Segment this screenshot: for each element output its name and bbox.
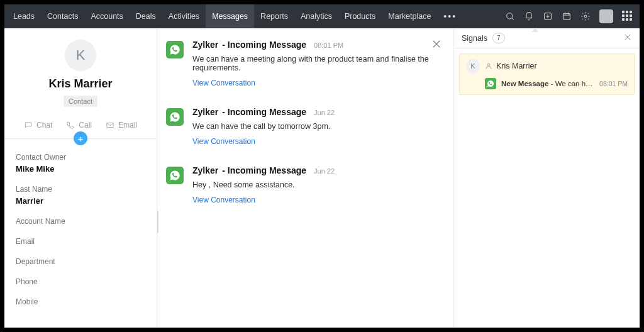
message-text: Hey , Need some assistance. — [192, 180, 335, 189]
message-item: Zylker - Incoming MessageJun 22We can ha… — [166, 107, 436, 147]
svg-point-15 — [487, 64, 490, 66]
signal-text: New Message - We can have a meeting … — [501, 80, 594, 87]
call-action[interactable]: Call — [66, 121, 92, 130]
field-account-name[interactable]: Account Name — [16, 217, 145, 226]
svg-point-9 — [584, 15, 587, 18]
contact-type-tag: Contact — [64, 96, 97, 107]
nav-analytics[interactable]: Analytics — [294, 4, 338, 28]
person-icon — [485, 62, 492, 70]
message-text: We can have the call by tomorrow 3pm. — [192, 122, 335, 131]
message-item: Zylker - Incoming MessageJun 22Hey , Nee… — [166, 165, 436, 205]
svg-line-1 — [512, 18, 514, 20]
add-box-icon[interactable] — [543, 11, 553, 21]
nav-products[interactable]: Products — [338, 4, 382, 28]
field-label: Last Name — [16, 185, 145, 194]
chat-label: Chat — [36, 121, 52, 130]
signals-panel: Signals 7 K Kris Marrier New Message - W… — [453, 28, 640, 328]
signal-item[interactable]: K Kris Marrier New Message - We can have… — [459, 53, 635, 95]
contact-avatar: K — [65, 40, 96, 71]
message-time: 08:01 PM — [314, 42, 343, 49]
add-button[interactable]: + — [74, 131, 87, 145]
nav-reports[interactable]: Reports — [254, 4, 294, 28]
message-sender: Zylker — [192, 107, 218, 117]
signal-time: 08:01 PM — [599, 80, 628, 87]
message-type: - Incoming Message — [222, 40, 306, 50]
signal-person-name: Kris Marrier — [496, 62, 537, 70]
nav-more[interactable]: ••• — [437, 11, 463, 21]
email-label: Email — [118, 121, 137, 130]
email-action[interactable]: Email — [106, 121, 137, 130]
nav-messages[interactable]: Messages — [206, 4, 254, 28]
field-label: Account Name — [16, 217, 145, 226]
message-sender: Zylker — [192, 165, 218, 175]
nav-deals[interactable]: Deals — [130, 4, 162, 28]
field-label: Contact Owner — [16, 153, 145, 162]
nav-contacts[interactable]: Contacts — [41, 4, 84, 28]
close-signals-icon[interactable] — [623, 33, 632, 44]
field-label: Mobile — [16, 297, 145, 306]
message-text: We can have a meeting along with the pro… — [192, 55, 436, 72]
call-label: Call — [79, 121, 92, 130]
search-icon[interactable] — [505, 11, 515, 21]
panel-resize-handle[interactable] — [157, 211, 158, 233]
field-value: Mike Mike — [16, 164, 145, 174]
svg-rect-10 — [107, 123, 114, 128]
field-contact-owner[interactable]: Contact OwnerMike Mike — [16, 153, 145, 174]
field-label: Email — [16, 237, 145, 246]
message-type: - Incoming Message — [222, 107, 306, 117]
whatsapp-icon — [485, 78, 496, 89]
field-value: Marrier — [16, 196, 145, 206]
messages-panel: Zylker - Incoming Message08:01 PMWe can … — [157, 28, 453, 328]
whatsapp-icon — [166, 41, 184, 58]
svg-point-0 — [507, 13, 513, 19]
field-email[interactable]: Email — [16, 237, 145, 246]
field-phone[interactable]: Phone — [16, 277, 145, 286]
contact-panel: K Kris Marrier Contact Chat Call Email +… — [4, 28, 157, 328]
field-label: Department — [16, 257, 145, 266]
view-conversation-link[interactable]: View Conversation — [192, 137, 255, 146]
nav-leads[interactable]: Leads — [7, 4, 41, 28]
gear-icon[interactable] — [580, 11, 591, 21]
view-conversation-link[interactable]: View Conversation — [192, 196, 255, 204]
calendar-icon[interactable] — [562, 11, 572, 21]
bell-icon[interactable] — [524, 11, 534, 21]
field-last-name[interactable]: Last NameMarrier — [16, 185, 145, 206]
field-mobile[interactable]: Mobile — [16, 297, 145, 306]
signals-popover-arrow — [531, 28, 539, 32]
field-label: Phone — [16, 277, 145, 286]
whatsapp-icon — [166, 167, 184, 184]
apps-grid-icon[interactable] — [622, 11, 633, 22]
message-item: Zylker - Incoming Message08:01 PMWe can … — [166, 40, 436, 88]
message-time: Jun 22 — [314, 167, 335, 175]
contact-name: Kris Marrier — [48, 77, 112, 91]
nav-marketplace[interactable]: Marketplace — [382, 4, 437, 28]
user-avatar[interactable] — [599, 9, 613, 23]
nav-accounts[interactable]: Accounts — [84, 4, 129, 28]
whatsapp-icon — [166, 108, 184, 126]
nav-activities[interactable]: Activities — [162, 4, 206, 28]
message-time: Jun 22 — [314, 109, 335, 116]
svg-rect-5 — [564, 13, 570, 19]
chat-action[interactable]: Chat — [24, 121, 52, 130]
signal-avatar: K — [466, 59, 480, 73]
view-conversation-link[interactable]: View Conversation — [192, 79, 255, 87]
field-department[interactable]: Department — [16, 257, 145, 266]
signals-title: Signals — [462, 34, 487, 43]
message-sender: Zylker — [192, 40, 218, 50]
message-type: - Incoming Message — [222, 165, 306, 175]
close-messages-icon[interactable] — [431, 38, 442, 52]
top-nav-bar: LeadsContactsAccountsDealsActivitiesMess… — [4, 4, 640, 28]
signals-count-badge: 7 — [492, 33, 505, 43]
